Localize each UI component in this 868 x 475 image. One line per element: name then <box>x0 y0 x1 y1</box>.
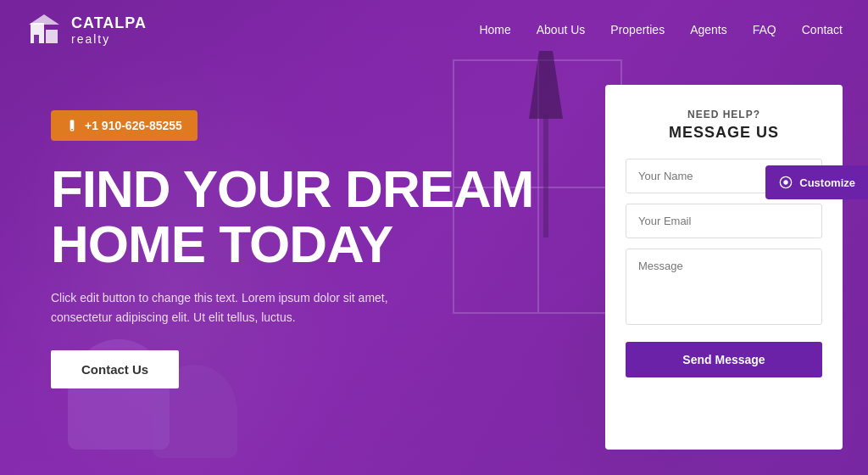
logo[interactable]: CATALPA realty <box>25 11 147 48</box>
customize-tab[interactable]: Customize <box>765 165 868 199</box>
send-message-button[interactable]: Send Message <box>626 342 822 377</box>
phone-icon <box>66 120 78 131</box>
logo-text: CATALPA realty <box>71 14 147 46</box>
phone-button[interactable]: +1 910-626-85255 <box>51 110 198 141</box>
nav-faq[interactable]: FAQ <box>753 23 776 36</box>
logo-icon <box>25 11 63 48</box>
message-us-heading: MESSAGE US <box>626 124 822 142</box>
contact-us-button[interactable]: Contact Us <box>51 350 179 388</box>
hero-description: Click edit button to change this text. L… <box>51 288 390 327</box>
hero-section: +1 910-626-85255 FIND YOUR DREAM HOME TO… <box>0 59 868 475</box>
message-input[interactable] <box>626 249 822 325</box>
svg-point-7 <box>784 180 788 184</box>
nav-home[interactable]: Home <box>479 23 510 36</box>
svg-rect-3 <box>34 35 39 43</box>
phone-number: +1 910-626-85255 <box>85 119 182 132</box>
nav-agents[interactable]: Agents <box>690 23 727 36</box>
customize-label: Customize <box>799 176 855 189</box>
navbar: CATALPA realty Home About Us Properties … <box>0 0 868 59</box>
hero-left: +1 910-626-85255 FIND YOUR DREAM HOME TO… <box>51 93 605 388</box>
svg-rect-2 <box>46 30 58 43</box>
svg-rect-5 <box>71 129 73 130</box>
hero-title: FIND YOUR DREAM HOME TODAY <box>51 161 605 271</box>
nav-properties[interactable]: Properties <box>610 23 665 36</box>
nav-about[interactable]: About Us <box>537 23 586 36</box>
nav-links: Home About Us Properties Agents FAQ Cont… <box>479 23 843 36</box>
customize-icon <box>779 176 793 189</box>
need-help-label: NEED HELP? <box>626 109 822 120</box>
contact-form-card: NEED HELP? MESSAGE US Send Message <box>605 85 843 450</box>
svg-marker-1 <box>29 14 59 25</box>
email-input[interactable] <box>626 204 822 238</box>
nav-contact[interactable]: Contact <box>802 23 843 36</box>
